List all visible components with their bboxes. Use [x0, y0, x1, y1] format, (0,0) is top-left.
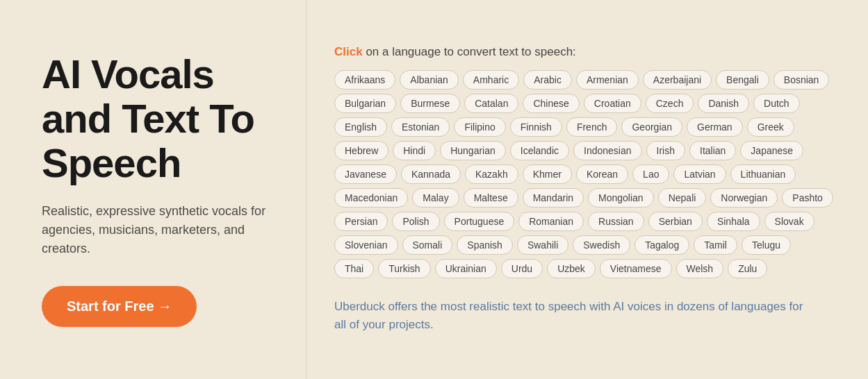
language-tag[interactable]: Tagalog: [634, 235, 689, 255]
language-tag[interactable]: Afrikaans: [334, 70, 395, 90]
language-tag[interactable]: French: [566, 117, 618, 137]
language-tag[interactable]: English: [334, 117, 387, 137]
language-tag[interactable]: Norwegian: [710, 188, 778, 208]
language-tag[interactable]: Azerbaijani: [643, 70, 712, 90]
language-tag[interactable]: Persian: [334, 212, 388, 231]
language-tag[interactable]: Malay: [412, 188, 459, 208]
right-panel: Click on a language to convert text to s…: [306, 0, 868, 379]
language-tag[interactable]: Finnish: [510, 117, 562, 137]
language-tag[interactable]: Armenian: [576, 70, 639, 90]
language-tag[interactable]: Burmese: [400, 94, 460, 113]
language-tag[interactable]: Estonian: [391, 117, 450, 137]
language-tag[interactable]: Macedonian: [334, 188, 408, 208]
language-tag[interactable]: Swahili: [517, 235, 568, 255]
language-tag[interactable]: Korean: [576, 165, 628, 184]
language-tag[interactable]: Danish: [698, 94, 749, 113]
language-tag[interactable]: Filipino: [454, 117, 505, 137]
language-tag[interactable]: Lao: [632, 165, 669, 184]
language-tag[interactable]: Telugu: [742, 235, 791, 255]
main-container: AI Vocals and Text To Speech Realistic, …: [0, 0, 868, 379]
language-tag[interactable]: Hebrew: [334, 141, 388, 160]
language-tag[interactable]: Uzbek: [547, 259, 596, 278]
language-tag[interactable]: Japanese: [740, 141, 803, 160]
prompt-rest: on a language to convert text to speech:: [366, 45, 575, 58]
language-tag[interactable]: Hindi: [393, 141, 436, 160]
language-tag[interactable]: Khmer: [523, 165, 572, 184]
language-tag[interactable]: Tamil: [694, 235, 737, 255]
language-tag[interactable]: Italian: [689, 141, 736, 160]
language-tag[interactable]: Bosnian: [773, 70, 830, 90]
language-tag[interactable]: Greek: [747, 117, 794, 137]
language-tag[interactable]: Mandarin: [523, 188, 584, 208]
language-tag[interactable]: Javanese: [334, 165, 397, 184]
language-tag[interactable]: Kannada: [401, 165, 461, 184]
language-tag[interactable]: Hungarian: [440, 141, 506, 160]
language-tag[interactable]: Latvian: [673, 165, 726, 184]
subtitle: Realistic, expressive synthetic vocals f…: [42, 202, 271, 258]
language-tag[interactable]: Polish: [392, 212, 439, 231]
language-tag[interactable]: Slovenian: [334, 235, 398, 255]
language-tag[interactable]: Kazakh: [465, 165, 518, 184]
language-tag[interactable]: Urdu: [501, 259, 543, 278]
language-tag[interactable]: Icelandic: [510, 141, 569, 160]
language-tag[interactable]: Bulgarian: [334, 94, 396, 113]
language-tag[interactable]: Welsh: [676, 259, 724, 278]
language-tag[interactable]: German: [687, 117, 743, 137]
language-tag[interactable]: Maltese: [464, 188, 518, 208]
language-tag[interactable]: Serbian: [648, 212, 703, 231]
description-text: Uberduck offers the most realistic text …: [334, 298, 807, 335]
language-tag[interactable]: Portuguese: [444, 212, 515, 231]
language-tag[interactable]: Zulu: [728, 259, 767, 278]
language-tag[interactable]: Albanian: [400, 70, 459, 90]
main-title: AI Vocals and Text To Speech: [42, 52, 271, 185]
language-tag[interactable]: Irish: [646, 141, 685, 160]
language-tag[interactable]: Slovak: [764, 212, 814, 231]
language-tag[interactable]: Georgian: [621, 117, 682, 137]
click-highlight: Click: [334, 45, 363, 58]
start-for-free-button[interactable]: Start for Free →: [42, 286, 197, 327]
languages-container: AfrikaansAlbanianAmharicArabicArmenianAz…: [334, 70, 833, 278]
language-tag[interactable]: Czech: [646, 94, 694, 113]
language-tag[interactable]: Spanish: [457, 235, 513, 255]
language-tag[interactable]: Sinhala: [707, 212, 760, 231]
language-tag[interactable]: Thai: [334, 259, 374, 278]
language-tag[interactable]: Vietnamese: [600, 259, 672, 278]
left-panel: AI Vocals and Text To Speech Realistic, …: [0, 0, 306, 379]
language-tag[interactable]: Chinese: [523, 94, 579, 113]
language-tag[interactable]: Croatian: [584, 94, 641, 113]
language-tag[interactable]: Lithuanian: [730, 165, 796, 184]
language-tag[interactable]: Arabic: [523, 70, 572, 90]
language-tag[interactable]: Dutch: [753, 94, 800, 113]
language-tag[interactable]: Nepali: [658, 188, 707, 208]
language-tag[interactable]: Romanian: [518, 212, 584, 231]
language-tag[interactable]: Catalan: [464, 94, 518, 113]
language-tag[interactable]: Bengali: [716, 70, 769, 90]
prompt-text: Click on a language to convert text to s…: [334, 45, 833, 59]
language-tag[interactable]: Mongolian: [588, 188, 654, 208]
language-tag[interactable]: Ukrainian: [435, 259, 497, 278]
language-tag[interactable]: Pashto: [782, 188, 833, 208]
language-tag[interactable]: Somali: [402, 235, 453, 255]
language-tag[interactable]: Russian: [588, 212, 644, 231]
language-tag[interactable]: Turkish: [378, 259, 430, 278]
language-tag[interactable]: Indonesian: [573, 141, 642, 160]
language-tag[interactable]: Amharic: [463, 70, 519, 90]
language-tag[interactable]: Swedish: [573, 235, 630, 255]
